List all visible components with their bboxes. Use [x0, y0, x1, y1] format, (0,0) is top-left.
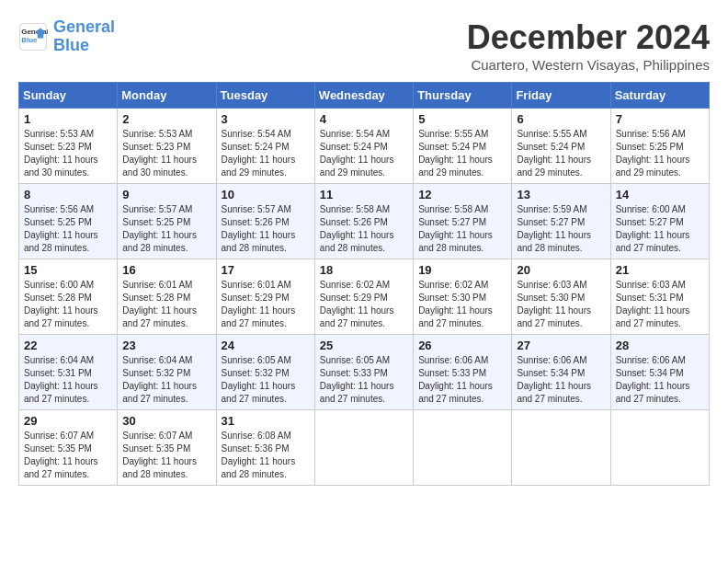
- calendar-cell: 28Sunrise: 6:06 AM Sunset: 5:34 PM Dayli…: [610, 335, 709, 410]
- column-header-friday: Friday: [512, 83, 610, 109]
- calendar-cell: 7Sunrise: 5:56 AM Sunset: 5:25 PM Daylig…: [610, 109, 709, 184]
- calendar-cell: 11Sunrise: 5:58 AM Sunset: 5:26 PM Dayli…: [314, 184, 413, 259]
- column-header-monday: Monday: [118, 83, 216, 109]
- day-info: Sunrise: 6:00 AM Sunset: 5:28 PM Dayligh…: [24, 279, 112, 330]
- calendar-cell: [314, 410, 413, 486]
- day-info: Sunrise: 5:54 AM Sunset: 5:24 PM Dayligh…: [320, 128, 408, 179]
- day-number: 9: [122, 188, 210, 201]
- calendar-cell: 21Sunrise: 6:03 AM Sunset: 5:31 PM Dayli…: [610, 259, 709, 335]
- calendar-week-3: 15Sunrise: 6:00 AM Sunset: 5:28 PM Dayli…: [19, 259, 710, 335]
- day-number: 3: [222, 112, 310, 126]
- day-number: 11: [320, 188, 408, 201]
- day-number: 6: [517, 112, 605, 126]
- day-number: 21: [616, 263, 704, 277]
- day-info: Sunrise: 5:56 AM Sunset: 5:25 PM Dayligh…: [616, 128, 704, 179]
- logo-blue: Blue: [53, 36, 89, 54]
- day-number: 2: [122, 112, 210, 126]
- day-info: Sunrise: 5:57 AM Sunset: 5:25 PM Dayligh…: [122, 203, 210, 255]
- calendar-cell: 20Sunrise: 6:03 AM Sunset: 5:30 PM Dayli…: [512, 259, 610, 335]
- calendar-cell: 27Sunrise: 6:06 AM Sunset: 5:34 PM Dayli…: [512, 335, 610, 410]
- calendar-cell: 3Sunrise: 5:54 AM Sunset: 5:24 PM Daylig…: [216, 109, 314, 184]
- day-number: 13: [517, 188, 605, 201]
- day-info: Sunrise: 6:08 AM Sunset: 5:36 PM Dayligh…: [222, 430, 310, 481]
- day-number: 19: [418, 263, 506, 277]
- calendar-cell: 24Sunrise: 6:05 AM Sunset: 5:32 PM Dayli…: [216, 335, 314, 410]
- column-header-saturday: Saturday: [610, 83, 709, 109]
- calendar-table: SundayMondayTuesdayWednesdayThursdayFrid…: [18, 82, 710, 486]
- day-info: Sunrise: 6:03 AM Sunset: 5:31 PM Dayligh…: [616, 279, 704, 330]
- page-header: General Blue General Blue December 2024 …: [18, 18, 710, 73]
- logo-text: General Blue: [53, 18, 115, 55]
- calendar-cell: 25Sunrise: 6:05 AM Sunset: 5:33 PM Dayli…: [314, 335, 413, 410]
- logo: General Blue General Blue: [18, 18, 115, 55]
- calendar-cell: 12Sunrise: 5:58 AM Sunset: 5:27 PM Dayli…: [414, 184, 512, 259]
- day-number: 26: [418, 339, 506, 352]
- day-info: Sunrise: 6:01 AM Sunset: 5:28 PM Dayligh…: [122, 279, 210, 330]
- calendar-header-row: SundayMondayTuesdayWednesdayThursdayFrid…: [19, 83, 710, 109]
- day-number: 28: [616, 339, 704, 352]
- logo-general: General: [53, 17, 115, 36]
- day-number: 18: [320, 263, 408, 277]
- day-info: Sunrise: 6:03 AM Sunset: 5:30 PM Dayligh…: [517, 279, 605, 330]
- calendar-cell: 1Sunrise: 5:53 AM Sunset: 5:23 PM Daylig…: [19, 109, 118, 184]
- calendar-week-4: 22Sunrise: 6:04 AM Sunset: 5:31 PM Dayli…: [19, 335, 710, 410]
- day-info: Sunrise: 5:53 AM Sunset: 5:23 PM Dayligh…: [122, 128, 210, 179]
- day-info: Sunrise: 5:56 AM Sunset: 5:25 PM Dayligh…: [24, 203, 112, 255]
- day-number: 24: [222, 339, 310, 352]
- calendar-cell: [414, 410, 512, 486]
- day-info: Sunrise: 5:55 AM Sunset: 5:24 PM Dayligh…: [418, 128, 506, 179]
- day-info: Sunrise: 6:01 AM Sunset: 5:29 PM Dayligh…: [222, 279, 310, 330]
- day-number: 16: [122, 263, 210, 277]
- svg-text:Blue: Blue: [21, 36, 38, 44]
- day-number: 5: [418, 112, 506, 126]
- day-info: Sunrise: 6:07 AM Sunset: 5:35 PM Dayligh…: [122, 430, 210, 481]
- day-info: Sunrise: 5:58 AM Sunset: 5:27 PM Dayligh…: [418, 203, 506, 255]
- calendar-cell: 13Sunrise: 5:59 AM Sunset: 5:27 PM Dayli…: [512, 184, 610, 259]
- calendar-week-1: 1Sunrise: 5:53 AM Sunset: 5:23 PM Daylig…: [19, 109, 710, 184]
- day-info: Sunrise: 6:06 AM Sunset: 5:34 PM Dayligh…: [517, 354, 605, 406]
- logo-icon: General Blue: [18, 22, 48, 52]
- calendar-cell: 6Sunrise: 5:55 AM Sunset: 5:24 PM Daylig…: [512, 109, 610, 184]
- day-info: Sunrise: 6:05 AM Sunset: 5:33 PM Dayligh…: [320, 354, 408, 406]
- calendar-week-5: 29Sunrise: 6:07 AM Sunset: 5:35 PM Dayli…: [19, 410, 710, 486]
- day-info: Sunrise: 5:58 AM Sunset: 5:26 PM Dayligh…: [320, 203, 408, 255]
- calendar-cell: 17Sunrise: 6:01 AM Sunset: 5:29 PM Dayli…: [216, 259, 314, 335]
- day-number: 17: [222, 263, 310, 277]
- column-header-tuesday: Tuesday: [216, 83, 314, 109]
- day-number: 4: [320, 112, 408, 126]
- calendar-cell: 30Sunrise: 6:07 AM Sunset: 5:35 PM Dayli…: [118, 410, 216, 486]
- day-info: Sunrise: 6:02 AM Sunset: 5:30 PM Dayligh…: [418, 279, 506, 330]
- month-title: December 2024: [467, 18, 710, 57]
- day-info: Sunrise: 6:07 AM Sunset: 5:35 PM Dayligh…: [24, 430, 112, 481]
- day-number: 1: [24, 112, 112, 126]
- day-number: 10: [222, 188, 310, 201]
- column-header-wednesday: Wednesday: [314, 83, 413, 109]
- calendar-cell: 18Sunrise: 6:02 AM Sunset: 5:29 PM Dayli…: [314, 259, 413, 335]
- calendar-cell: [610, 410, 709, 486]
- calendar-cell: 4Sunrise: 5:54 AM Sunset: 5:24 PM Daylig…: [314, 109, 413, 184]
- calendar-cell: [512, 410, 610, 486]
- day-info: Sunrise: 6:04 AM Sunset: 5:32 PM Dayligh…: [122, 354, 210, 406]
- calendar-week-2: 8Sunrise: 5:56 AM Sunset: 5:25 PM Daylig…: [19, 184, 710, 259]
- column-header-sunday: Sunday: [19, 83, 118, 109]
- day-info: Sunrise: 6:06 AM Sunset: 5:33 PM Dayligh…: [418, 354, 506, 406]
- day-info: Sunrise: 6:05 AM Sunset: 5:32 PM Dayligh…: [222, 354, 310, 406]
- calendar-cell: 22Sunrise: 6:04 AM Sunset: 5:31 PM Dayli…: [19, 335, 118, 410]
- calendar-cell: 5Sunrise: 5:55 AM Sunset: 5:24 PM Daylig…: [414, 109, 512, 184]
- day-number: 15: [24, 263, 112, 277]
- calendar-cell: 29Sunrise: 6:07 AM Sunset: 5:35 PM Dayli…: [19, 410, 118, 486]
- day-info: Sunrise: 5:54 AM Sunset: 5:24 PM Dayligh…: [222, 128, 310, 179]
- day-number: 20: [517, 263, 605, 277]
- day-number: 29: [24, 414, 112, 428]
- day-info: Sunrise: 6:02 AM Sunset: 5:29 PM Dayligh…: [320, 279, 408, 330]
- calendar-cell: 8Sunrise: 5:56 AM Sunset: 5:25 PM Daylig…: [19, 184, 118, 259]
- day-number: 27: [517, 339, 605, 352]
- day-number: 8: [24, 188, 112, 201]
- day-number: 30: [122, 414, 210, 428]
- calendar-cell: 2Sunrise: 5:53 AM Sunset: 5:23 PM Daylig…: [118, 109, 216, 184]
- day-number: 23: [122, 339, 210, 352]
- calendar-cell: 15Sunrise: 6:00 AM Sunset: 5:28 PM Dayli…: [19, 259, 118, 335]
- day-number: 7: [616, 112, 704, 126]
- calendar-cell: 26Sunrise: 6:06 AM Sunset: 5:33 PM Dayli…: [414, 335, 512, 410]
- day-info: Sunrise: 6:06 AM Sunset: 5:34 PM Dayligh…: [616, 354, 704, 406]
